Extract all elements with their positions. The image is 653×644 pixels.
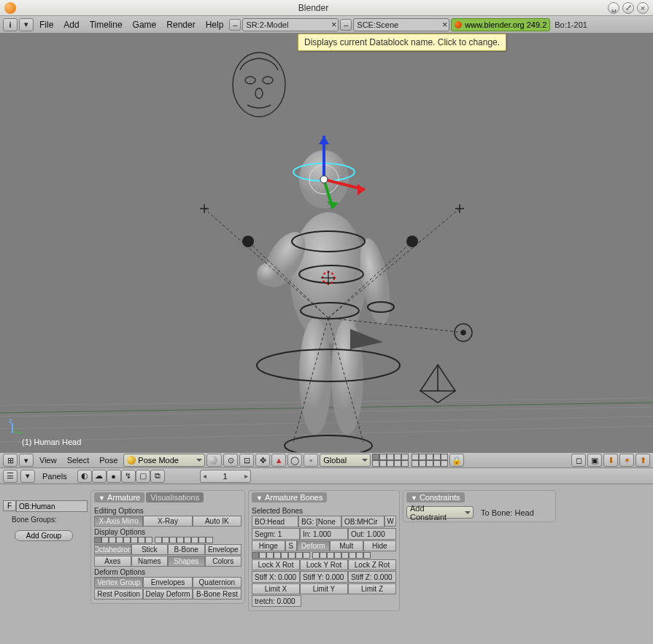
scale-manipulator[interactable]: ▫ <box>304 454 318 467</box>
scene-browse-button[interactable]: – <box>340 19 352 31</box>
lock-y-rot-button[interactable]: Lock Y Rot <box>300 559 348 570</box>
x-ray-button[interactable]: X-Ray <box>143 516 192 527</box>
pivot-align-button[interactable]: ⊡ <box>239 454 254 467</box>
armature-bones-tab[interactable]: Armature Bones <box>252 492 327 503</box>
context-editing[interactable]: ▢ <box>136 470 150 483</box>
limit-x-button[interactable]: Limit X <box>252 583 300 594</box>
pose-menu[interactable]: Pose <box>95 456 122 465</box>
limit-y-button[interactable]: Limit Y <box>300 583 348 594</box>
lock-x-rot-button[interactable]: Lock X Rot <box>252 559 300 570</box>
object-name-field[interactable]: OB:Human <box>16 500 88 512</box>
orientation-dropdown[interactable]: Global <box>320 454 371 467</box>
axes-button[interactable]: Axes <box>94 556 131 567</box>
hinge-button[interactable]: Hinge <box>252 540 285 551</box>
shapes-button[interactable]: Shapes <box>168 556 205 567</box>
w-button[interactable]: W <box>385 516 396 527</box>
bbone-button[interactable]: B-Bone <box>168 544 205 555</box>
envelope-button[interactable]: Envelope <box>205 544 242 555</box>
screen-browse-button[interactable]: – <box>229 19 241 31</box>
stiff-z-field[interactable]: Stiff Z: 0.000 <box>348 571 396 583</box>
bone-object-field[interactable]: OB:MHCir <box>341 516 385 527</box>
armature-tab[interactable]: Armature <box>94 492 144 503</box>
context-script[interactable]: ☁ <box>92 470 107 483</box>
render-preview-button[interactable]: ◻ <box>571 454 586 467</box>
help-menu[interactable]: Help <box>201 20 228 30</box>
limit-z-button[interactable]: Limit Z <box>348 583 396 594</box>
snap-up-button[interactable]: ⬆ <box>635 454 650 467</box>
vertex-group-button[interactable]: Vertex Group <box>94 577 143 588</box>
add-constraint-dropdown[interactable]: Add Constraint <box>406 506 474 519</box>
select-menu[interactable]: Select <box>63 456 94 465</box>
translate-manipulator[interactable]: ▲ <box>271 454 286 467</box>
layer-lock-button[interactable]: 🔒 <box>449 454 464 467</box>
rest-position-button[interactable]: Rest Position <box>94 589 143 600</box>
close-button[interactable]: × <box>637 2 649 14</box>
bone-layers[interactable] <box>252 552 396 559</box>
context-object[interactable]: ↯ <box>121 470 136 483</box>
bone-group-field[interactable]: BG: [None <box>298 516 341 527</box>
bone-name-field[interactable]: BO:Head <box>252 516 298 527</box>
hide-button[interactable]: Hide <box>363 540 397 551</box>
screen-delete-button[interactable]: × <box>331 20 336 30</box>
game-menu[interactable]: Game <box>128 20 161 30</box>
s-button[interactable]: S <box>285 540 297 551</box>
buttons-menus-button[interactable]: ▾ <box>20 470 35 483</box>
view3d-menus-button[interactable]: ▾ <box>19 454 34 467</box>
rotate-manipulator[interactable]: ◯ <box>287 454 302 467</box>
colors-button[interactable]: Colors <box>205 556 242 567</box>
segm-field[interactable]: Segm: 1 <box>252 528 300 540</box>
manipulator-button[interactable]: ✥ <box>255 454 270 467</box>
view3d-type-button[interactable]: ⊞ <box>3 454 18 467</box>
add-group-button[interactable]: Add Group <box>15 530 73 541</box>
stiff-y-field[interactable]: Stiff Y: 0.000 <box>300 571 348 583</box>
maximize-button[interactable]: ⤢ <box>622 2 634 14</box>
delay-deform-button[interactable]: Delay Deform <box>143 589 192 600</box>
mode-dropdown[interactable]: Pose Mode <box>123 454 205 467</box>
stiff-x-field[interactable]: Stiff X: 0.000 <box>252 571 300 583</box>
out-field[interactable]: Out: 1.000 <box>348 528 396 540</box>
lock-z-rot-button[interactable]: Lock Z Rot <box>348 559 396 570</box>
view-name-label: (1) Human Head <box>22 438 81 446</box>
fake-user-button[interactable]: F <box>3 500 16 511</box>
envelopes-deform-button[interactable]: Envelopes <box>143 577 192 588</box>
render-menu[interactable]: Render <box>162 20 199 30</box>
render-button[interactable]: ▣ <box>587 454 602 467</box>
deform-button[interactable]: Deform <box>297 540 331 551</box>
buttons-type-button[interactable]: ☰ <box>3 470 18 483</box>
names-button[interactable]: Names <box>131 556 169 567</box>
timeline-menu[interactable]: Timeline <box>85 20 127 30</box>
context-shading[interactable]: ● <box>107 470 121 483</box>
bbone-rest-button[interactable]: B-Bone Rest <box>193 589 242 600</box>
mult-button[interactable]: Mult <box>330 540 363 551</box>
screen-name-field[interactable]: SR:2-Model × <box>242 18 339 31</box>
panels-menu[interactable]: Panels <box>38 472 72 481</box>
bone-layers-widget[interactable] <box>94 537 242 543</box>
window-type-button[interactable]: i <box>3 18 18 31</box>
minimize-button[interactable]: ␣ <box>608 2 619 14</box>
quaternion-button[interactable]: Quaternion <box>193 577 242 588</box>
frame-field[interactable]: 1 <box>200 470 251 483</box>
stick-button[interactable]: Stick <box>131 544 169 555</box>
context-logic[interactable]: ◐ <box>77 470 92 483</box>
add-menu[interactable]: Add <box>59 20 83 30</box>
octahedron-button[interactable]: Octahedron <box>94 544 131 555</box>
visualisations-tab[interactable]: Visualisations <box>146 492 204 503</box>
snap-center-button[interactable]: ✶ <box>619 454 634 467</box>
view-menu[interactable]: View <box>35 456 61 465</box>
scene-delete-button[interactable]: × <box>442 20 447 30</box>
layers-widget[interactable] <box>372 454 448 467</box>
3d-viewport[interactable]: z (1) Human Head <box>0 34 653 452</box>
flip-header-button[interactable]: ▾ <box>19 18 34 31</box>
version-link[interactable]: www.blender.org 249.2 <box>451 18 550 31</box>
x-axis-mirror-button[interactable]: X-Axis Mirro <box>94 516 143 527</box>
context-scene[interactable]: ⧉ <box>150 470 165 483</box>
auto-ik-button[interactable]: Auto IK <box>193 516 242 527</box>
snap-down-button[interactable]: ⬇ <box>603 454 618 467</box>
stretch-field[interactable]: tretch: 0.000 <box>252 595 301 607</box>
in-field[interactable]: In: 1.000 <box>300 528 348 540</box>
pivot-button[interactable]: ⊙ <box>223 454 238 467</box>
draw-type-button[interactable] <box>206 454 222 467</box>
constraints-tab[interactable]: Constraints <box>406 492 465 503</box>
scene-name-field[interactable]: SCE:Scene × <box>353 18 449 31</box>
file-menu[interactable]: File <box>35 20 58 30</box>
